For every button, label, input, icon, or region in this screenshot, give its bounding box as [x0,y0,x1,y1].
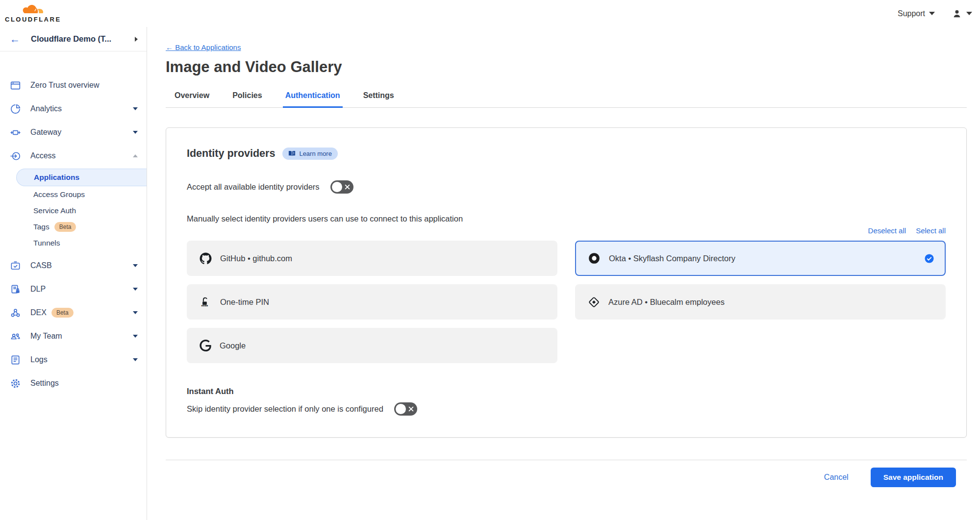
provider-tile-one-time-pin[interactable]: **** One-time PIN [187,284,557,320]
sidebar-item-label: My Team [30,332,62,341]
sidebar-item-casb[interactable]: CASB [0,254,147,277]
footer-actions: Cancel Save application [166,460,967,487]
sidebar-item-service-auth[interactable]: Service Auth [0,202,147,219]
sidebar-item-label: Access [30,151,56,160]
document-lock-icon [10,284,21,295]
sidebar-item-label: DEX [30,308,47,317]
select-all-link[interactable]: Select all [916,226,946,235]
sidebar-item-logs[interactable]: Logs [0,348,147,371]
provider-label: Azure AD • Bluecalm employees [608,297,725,307]
provider-tile-okta[interactable]: Okta • Skyflash Company Directory [575,241,946,276]
tab-policies[interactable]: Policies [230,89,264,107]
otp-lock-icon: **** [200,296,212,308]
cancel-button[interactable]: Cancel [824,473,849,482]
team-icon [10,331,21,342]
sidebar-subitem-label: Service Auth [33,206,76,215]
user-icon [952,8,962,19]
sidebar-item-dlp[interactable]: DLP [0,277,147,301]
chevron-down-icon [133,358,138,361]
deselect-all-link[interactable]: Deselect all [868,226,906,235]
svg-text:****: **** [201,304,208,308]
tab-authentication[interactable]: Authentication [283,89,343,108]
provider-tile-google[interactable]: Google [187,328,557,363]
beta-badge: Beta [54,222,76,232]
pie-chart-icon [10,103,21,115]
cloudflare-logo[interactable]: CLOUDFLARE [5,4,60,23]
back-to-applications-link[interactable]: ← Back to Applications [166,43,241,51]
sidebar-header: ← Cloudflare Demo (T... [0,27,147,51]
sidebar-item-analytics[interactable]: Analytics [0,97,147,121]
save-application-button[interactable]: Save application [871,468,956,487]
topbar: CLOUDFLARE Support [0,0,980,27]
sidebar-item-label: Analytics [30,104,62,113]
identity-providers-card: Identity providers Learn more Accept all… [166,127,967,438]
window-icon [10,80,21,91]
okta-icon [588,252,601,265]
support-menu[interactable]: Support [898,9,935,18]
chevron-down-icon [133,107,138,110]
book-icon [288,150,296,157]
sidebar-item-access-groups[interactable]: Access Groups [0,186,147,202]
tab-bar: Overview Policies Authentication Setting… [166,89,967,108]
access-icon [10,150,21,162]
x-icon [345,184,350,190]
back-arrow-icon[interactable]: ← [10,33,20,45]
selected-check-icon [925,254,934,263]
cloudflare-wordmark: CLOUDFLARE [5,16,60,23]
sidebar-item-dex[interactable]: DEX Beta [0,301,147,324]
provider-label: Okta • Skyflash Company Directory [609,254,735,263]
chevron-up-icon [133,154,138,157]
x-icon [408,406,414,412]
sidebar-subitem-label: Tunnels [33,239,60,248]
provider-tile-github[interactable]: GitHub • github.com [187,241,557,276]
sidebar-item-applications[interactable]: Applications [16,169,147,186]
document-lines-icon [10,354,21,366]
tab-settings[interactable]: Settings [361,89,397,107]
sidebar-item-tunnels[interactable]: Tunnels [0,235,147,251]
accept-all-label: Accept all available identity providers [187,182,320,192]
sidebar-item-access[interactable]: Access [0,144,147,168]
provider-label: GitHub • github.com [220,254,292,263]
learn-more-button[interactable]: Learn more [282,148,337,160]
chevron-down-icon [133,131,138,134]
azure-ad-icon [588,296,600,308]
sidebar: ← Cloudflare Demo (T... Zero Trust overv… [0,27,147,520]
github-icon [200,252,212,265]
card-title: Identity providers [187,148,275,160]
sidebar-item-label: Logs [30,355,48,364]
sidebar-item-gateway[interactable]: Gateway [0,121,147,144]
sidebar-item-zero-trust-overview[interactable]: Zero Trust overview [0,74,147,97]
instant-auth-heading: Instant Auth [187,387,946,396]
sidebar-item-tags[interactable]: Tags Beta [0,219,147,235]
tab-overview[interactable]: Overview [172,89,212,107]
provider-label: One-time PIN [220,297,269,307]
account-name[interactable]: Cloudflare Demo (T... [31,34,111,44]
gateway-icon [10,127,21,138]
sidebar-subitem-label: Access Groups [33,190,85,199]
sidebar-nav: Zero Trust overview Analytics Gateway [0,51,147,395]
sidebar-item-label: Zero Trust overview [30,81,99,90]
chevron-down-icon [133,288,138,291]
support-label: Support [898,9,925,18]
chevron-down-icon [133,335,138,338]
beta-badge: Beta [51,308,74,318]
main-content: ← Back to Applications Image and Video G… [147,27,980,487]
cloudflare-cloud-icon [20,4,45,17]
chevron-down-icon [966,12,972,15]
provider-grid: GitHub • github.com **** One-time PIN Go… [187,241,946,363]
sidebar-item-my-team[interactable]: My Team [0,324,147,348]
provider-tile-azure-ad[interactable]: Azure AD • Bluecalm employees [575,284,946,320]
chevron-down-icon [133,264,138,267]
user-menu[interactable] [952,8,972,19]
toggle-knob [332,182,342,192]
network-nodes-icon [10,307,21,319]
sidebar-item-settings[interactable]: Settings [0,371,147,395]
toggle-knob [396,404,406,414]
accept-all-toggle[interactable] [330,180,353,194]
sidebar-subitem-label: Applications [34,173,79,182]
instant-auth-toggle[interactable] [394,402,417,416]
chevron-right-icon[interactable] [135,37,138,42]
page-title: Image and Video Gallery [166,58,967,76]
casb-icon [10,260,21,272]
sidebar-item-label: CASB [30,261,52,270]
